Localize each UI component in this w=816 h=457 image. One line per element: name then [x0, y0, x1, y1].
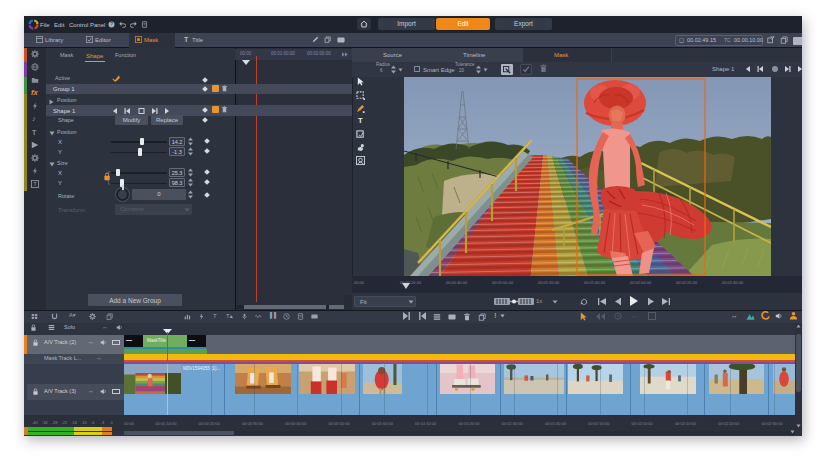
svg-text:T: T	[33, 181, 37, 187]
